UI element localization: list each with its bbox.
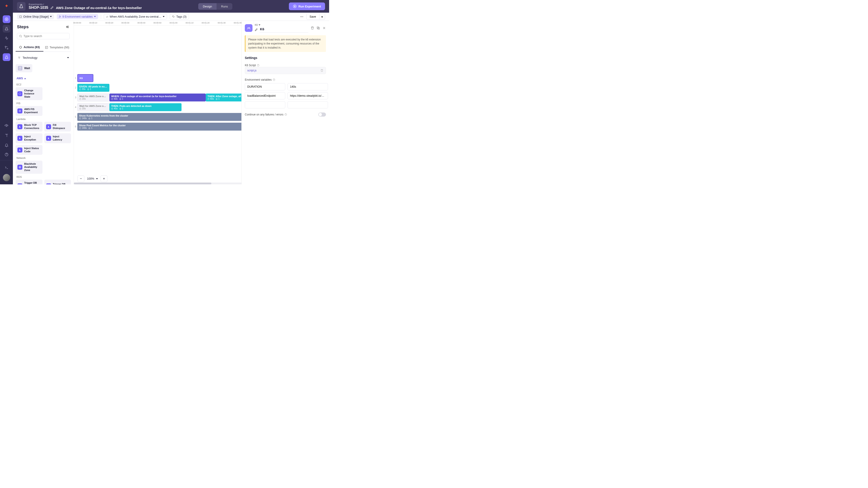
- continue-on-failure-label: Continue on any failures / errors: [245, 113, 287, 116]
- svg-point-1: [6, 19, 7, 20]
- help-icon[interactable]: [257, 64, 259, 67]
- hypothesis-pill[interactable]: When AWS Availability Zone eu-central-1a…: [104, 14, 167, 20]
- chevron-down-icon: [94, 16, 96, 17]
- save-button[interactable]: Save: [306, 13, 320, 20]
- action-inject-status-code[interactable]: Inject Status Code: [16, 145, 42, 155]
- nav-item-activity[interactable]: [3, 34, 10, 42]
- search-input[interactable]: [24, 35, 68, 38]
- horizontal-scrollbar[interactable]: [74, 183, 241, 184]
- breadcrumb[interactable]: Experiments /: [29, 3, 142, 6]
- timeline-block[interactable]: WHEN: Zone outage of eu-central-1a for t…: [110, 94, 206, 101]
- action-inject-latency[interactable]: Inject Latency: [44, 133, 71, 143]
- env-key-input-1[interactable]: [245, 92, 285, 99]
- script-file[interactable]: script.js: [245, 67, 326, 74]
- continue-on-failure-toggle[interactable]: [318, 112, 326, 117]
- timeline-block[interactable]: THEN: After Zone outage, all pods◴ 60s◎ …: [206, 94, 241, 101]
- collapse-icon[interactable]: [66, 25, 70, 29]
- svg-rect-7: [20, 16, 22, 18]
- timeline-block[interactable]: Show Kubernetes events from the cluster◴…: [77, 113, 241, 121]
- nav-item-templates[interactable]: [3, 53, 10, 61]
- env-vars-label: Environment variables: [245, 78, 326, 81]
- nav-item-notifications[interactable]: [3, 141, 10, 149]
- env-val-input-2[interactable]: [287, 101, 328, 108]
- lambda-icon: [18, 136, 22, 141]
- nav-item-terminal[interactable]: [3, 164, 10, 171]
- action-inject-exception[interactable]: Inject Exception: [16, 133, 42, 143]
- steps-search[interactable]: [17, 33, 70, 39]
- help-icon[interactable]: [273, 78, 275, 81]
- tags-pill[interactable]: Tags (3): [170, 14, 189, 20]
- run-experiment-button[interactable]: Run Experiment: [289, 2, 325, 10]
- environment-selector[interactable]: Online Shop [Stage]: [17, 14, 54, 19]
- edit-icon[interactable]: [51, 6, 54, 9]
- avatar[interactable]: [3, 174, 10, 181]
- hourglass-icon: [18, 66, 22, 70]
- nav-item-explorer[interactable]: [3, 15, 10, 23]
- save-dropdown-button[interactable]: [319, 13, 325, 20]
- edit-icon[interactable]: [255, 28, 258, 31]
- steps-title: Steps: [17, 24, 29, 29]
- timeline-block[interactable]: Show Pod Count Metrics for the cluster◴ …: [77, 123, 241, 131]
- env-val-input-0[interactable]: [287, 83, 328, 90]
- wait-chip[interactable]: Wait: [16, 64, 32, 72]
- play-icon: [293, 4, 297, 8]
- logo[interactable]: [3, 3, 10, 10]
- tab-actions[interactable]: Actions (83): [16, 43, 43, 52]
- zoom-in-button[interactable]: +: [101, 175, 107, 182]
- action-blackhole-az[interactable]: Blackhole Availability Zone: [16, 161, 42, 173]
- network-icon: [18, 165, 22, 170]
- nav-item-docs[interactable]: [3, 132, 10, 139]
- zoom-value[interactable]: 100%: [85, 177, 100, 180]
- lane: 2GIVEN: All pods in eu-cen...◴ 20s◎ 1: [74, 83, 241, 93]
- action-fill-diskspace[interactable]: Fill Diskspace: [44, 122, 71, 132]
- cube-icon: [18, 91, 22, 96]
- env-key-input-2[interactable]: [245, 101, 285, 108]
- header: Experiments / SHOP-1035 AWS Zone Outage …: [13, 0, 329, 13]
- details-panel: K6 K6 Please note that load tests are ex…: [241, 21, 329, 184]
- svg-point-9: [301, 17, 301, 17]
- lambda-icon: [46, 124, 51, 129]
- action-block-tcp[interactable]: Block TCP Connections: [16, 122, 42, 132]
- action-aws-fis[interactable]: AWS FIS Experiment: [16, 106, 42, 116]
- svg-point-12: [20, 35, 21, 37]
- action-change-instance-state[interactable]: Change Instance State: [16, 87, 42, 100]
- time-ruler: 00:00:0000:00:1000:00:2000:00:3000:00:40…: [74, 21, 241, 26]
- technology-select[interactable]: Technology: [16, 54, 71, 62]
- env-vars-pill[interactable]: fx 9 Environment variables: [57, 14, 98, 19]
- timeline-block[interactable]: THEN: Pods are detected as down◴ 45s◎ 1: [110, 103, 182, 111]
- nav-item-settings[interactable]: [3, 122, 10, 130]
- sub-rds: RDS: [17, 175, 71, 178]
- sub-ec2: EC2: [17, 83, 71, 86]
- tab-runs[interactable]: Runs: [217, 3, 232, 10]
- trash-icon[interactable]: [311, 26, 314, 30]
- more-icon[interactable]: [300, 15, 304, 19]
- svg-point-4: [6, 126, 7, 127]
- env-key-input-0[interactable]: [245, 83, 285, 90]
- timeline-block[interactable]: K6: [77, 74, 93, 82]
- timeline-block[interactable]: GIVEN: All pods in eu-cen...◴ 20s◎ 1: [77, 84, 110, 92]
- tab-design[interactable]: Design: [198, 3, 216, 10]
- trash-icon[interactable]: [320, 69, 323, 72]
- info-alert: Please note that load tests are executed…: [245, 35, 326, 52]
- timeline-block[interactable]: Wait for AWS Zone outage◴ 20s: [77, 103, 110, 111]
- group-aws[interactable]: AWS: [16, 77, 71, 80]
- panel-title[interactable]: K6: [259, 27, 308, 33]
- action-trigger-db-reboot[interactable]: Trigger DB Instance Reboot: [16, 180, 42, 185]
- help-icon[interactable]: [284, 113, 287, 116]
- panel-breadcrumb[interactable]: K6: [255, 24, 308, 26]
- copy-icon[interactable]: [316, 26, 320, 30]
- zoom-out-button[interactable]: −: [78, 175, 84, 182]
- experiment-id: SHOP-1035: [29, 6, 48, 10]
- env-val-input-1[interactable]: [287, 92, 328, 99]
- timeline-block[interactable]: Wait for AWS Zone outage◴ 20s: [77, 94, 110, 101]
- tab-templates[interactable]: Templates (50): [43, 43, 71, 52]
- nav-item-help[interactable]: [3, 151, 10, 158]
- k6-script-label: K6 Script: [245, 64, 326, 67]
- action-trigger-db-stop[interactable]: Trigger DB Instance Stop: [44, 180, 71, 185]
- scope-icon: [19, 15, 22, 18]
- steps-panel: Steps Actions (83) Templates (50): [13, 21, 74, 184]
- close-icon[interactable]: [322, 26, 326, 30]
- run-label: Run Experiment: [298, 5, 321, 8]
- nav-item-experiments[interactable]: [3, 25, 10, 33]
- nav-item-integrations[interactable]: [3, 44, 10, 52]
